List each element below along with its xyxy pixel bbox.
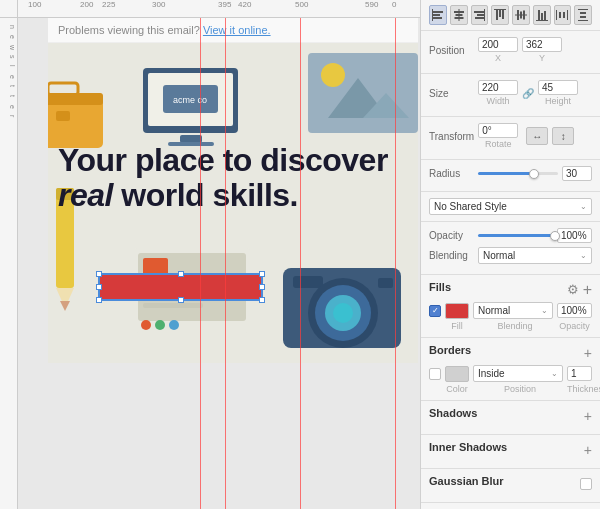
svg-rect-62 xyxy=(578,9,588,10)
size-width-input[interactable] xyxy=(478,80,518,95)
opacity-section: Opacity Blending Normal ⌄ xyxy=(421,222,600,275)
svg-rect-34 xyxy=(433,11,443,13)
svg-point-26 xyxy=(169,320,179,330)
svg-rect-3 xyxy=(56,111,70,121)
image-placeholder xyxy=(308,53,418,133)
radius-slider-container xyxy=(478,172,558,175)
svg-rect-60 xyxy=(559,12,561,18)
size-height-label: Height xyxy=(545,96,571,106)
size-label: Size xyxy=(429,88,474,99)
radius-row: Radius xyxy=(429,166,592,181)
flip-group: ↔ xyxy=(526,127,548,145)
canvas-content: Problems viewing this email? View it onl… xyxy=(18,18,420,509)
gaussian-blur-section: Gaussian Blur xyxy=(421,469,600,503)
align-left-button[interactable] xyxy=(429,5,447,25)
hero-title-line1: Your place to discover xyxy=(58,142,388,178)
borders-header: Borders + xyxy=(429,344,592,361)
fill-blending-value: Normal xyxy=(478,305,510,316)
gaussian-blur-checkbox[interactable] xyxy=(580,478,592,490)
svg-rect-45 xyxy=(484,9,485,21)
canvas-area[interactable]: 100 200 225 300 395 420 500 590 0 n e w … xyxy=(0,0,420,509)
borders-row: Inside ⌄ xyxy=(429,365,592,382)
align-center-button[interactable] xyxy=(450,5,468,25)
position-row: Position X Y xyxy=(429,37,592,63)
fills-add-icon[interactable]: + xyxy=(583,282,592,298)
svg-rect-42 xyxy=(474,11,484,13)
size-lock-icon[interactable]: 🔗 xyxy=(522,88,534,99)
svg-rect-55 xyxy=(541,13,543,20)
email-canvas: Problems viewing this email? View it onl… xyxy=(48,18,418,363)
flip-v-button[interactable]: ↕ xyxy=(552,127,574,145)
shadows-header: Shadows + xyxy=(429,407,592,424)
email-view-link[interactable]: View it online. xyxy=(203,24,271,36)
opacity-label: Opacity xyxy=(429,230,474,241)
ruler-corner xyxy=(0,0,18,18)
fills-header: Fills ⚙ + xyxy=(429,281,592,298)
fills-section: Fills ⚙ + Normal ⌄ Fill Blending Opacity xyxy=(421,275,600,338)
size-row: Size Width 🔗 Height xyxy=(429,80,592,106)
svg-rect-64 xyxy=(580,12,586,14)
monitor-illustration: acme co xyxy=(138,63,248,153)
size-height-input[interactable] xyxy=(538,80,578,95)
borders-thickness-label: Thickness xyxy=(567,384,592,394)
size-section: Size Width 🔗 Height xyxy=(421,74,600,117)
opacity-row: Opacity xyxy=(429,228,592,243)
inner-shadows-add-icon[interactable]: + xyxy=(584,443,592,457)
flip-h-button[interactable]: ↔ xyxy=(526,127,548,145)
svg-rect-37 xyxy=(432,9,433,21)
fills-row: Normal ⌄ xyxy=(429,302,592,319)
opacity-slider-thumb[interactable] xyxy=(550,231,560,241)
rotate-input[interactable] xyxy=(478,123,518,138)
cta-button[interactable] xyxy=(98,273,263,301)
radius-slider-track[interactable] xyxy=(478,172,558,175)
fill-opacity-input[interactable] xyxy=(557,303,592,318)
blending-dropdown[interactable]: Normal ⌄ xyxy=(478,247,592,264)
position-y-label: Y xyxy=(539,53,545,63)
svg-rect-48 xyxy=(502,10,504,19)
svg-rect-33 xyxy=(378,278,393,288)
shadows-title: Shadows xyxy=(429,407,477,419)
radius-slider-thumb[interactable] xyxy=(529,169,539,179)
border-checkbox[interactable] xyxy=(429,368,441,380)
position-y-input[interactable] xyxy=(522,37,562,52)
blending-chevron: ⌄ xyxy=(580,251,587,260)
svg-rect-59 xyxy=(567,10,568,20)
position-x-input[interactable] xyxy=(478,37,518,52)
align-top-button[interactable] xyxy=(491,5,509,25)
shared-style-dropdown[interactable]: No Shared Style ⌄ xyxy=(429,198,592,215)
shadows-section: Shadows + xyxy=(421,401,600,435)
border-thickness-input[interactable] xyxy=(567,366,592,381)
blending-row: Blending Normal ⌄ xyxy=(429,247,592,264)
borders-add-icon[interactable]: + xyxy=(584,346,592,360)
align-toolbar xyxy=(421,0,600,31)
radius-input[interactable] xyxy=(562,166,592,181)
svg-point-13 xyxy=(321,63,345,87)
borders-labels-row: Color Position Thickness xyxy=(429,384,592,394)
svg-rect-23 xyxy=(143,303,203,308)
inner-shadows-title: Inner Shadows xyxy=(429,441,507,453)
position-y-group: Y xyxy=(522,37,562,63)
distribute-v-button[interactable] xyxy=(574,5,592,25)
align-right-button[interactable] xyxy=(471,5,489,25)
opacity-slider-track[interactable] xyxy=(478,234,553,237)
svg-text:acme co: acme co xyxy=(173,95,207,105)
align-bottom-button[interactable] xyxy=(533,5,551,25)
gaussian-blur-title: Gaussian Blur xyxy=(429,475,504,487)
fill-checkbox[interactable] xyxy=(429,305,441,317)
svg-rect-44 xyxy=(475,17,484,19)
svg-rect-47 xyxy=(499,10,501,17)
distribute-h-button[interactable] xyxy=(554,5,572,25)
border-color-swatch[interactable] xyxy=(445,366,469,382)
fill-color-swatch[interactable] xyxy=(445,303,469,319)
borders-color-label: Color xyxy=(445,384,469,394)
align-middle-button[interactable] xyxy=(512,5,530,25)
svg-point-25 xyxy=(155,320,165,330)
border-position-dropdown[interactable]: Inside ⌄ xyxy=(473,365,563,382)
shadows-add-icon[interactable]: + xyxy=(584,409,592,423)
shared-style-chevron: ⌄ xyxy=(580,202,587,211)
hero-title-italic: real xyxy=(58,177,113,213)
opacity-input[interactable] xyxy=(557,228,592,243)
fills-settings-icon[interactable]: ⚙ xyxy=(567,282,579,297)
fill-blending-dropdown[interactable]: Normal ⌄ xyxy=(473,302,553,319)
position-x-label: X xyxy=(495,53,501,63)
